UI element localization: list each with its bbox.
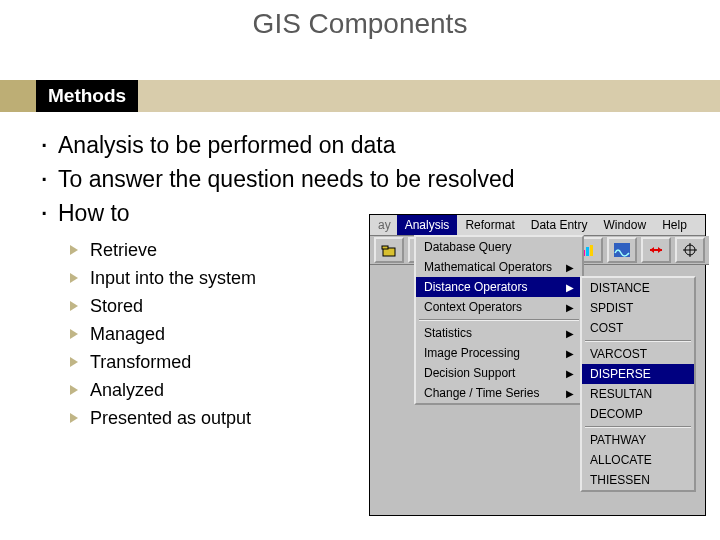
toolbar-button[interactable] [641,237,671,263]
menu-item-clipped[interactable]: ay [370,215,397,235]
submenu-arrow-icon: ▶ [566,388,574,399]
svg-rect-10 [590,245,593,256]
target-icon [682,243,698,257]
submenu-arrow-icon: ▶ [566,368,574,379]
submenu-arrow-icon: ▶ [566,302,574,313]
section-bar: Methods [0,80,720,112]
svg-rect-9 [586,247,589,256]
menu-item-window[interactable]: Window [595,215,654,235]
submenu-item-spdist[interactable]: SPDIST [582,298,694,318]
menu-item-analysis[interactable]: Analysis [397,215,458,235]
svg-rect-1 [382,246,388,249]
menubar: ay Analysis Reformat Data Entry Window H… [370,215,705,236]
submenu-arrow-icon: ▶ [566,262,574,273]
section-bar-fill [138,80,720,112]
menu-separator [585,340,691,342]
submenu-item-varcost[interactable]: VARCOST [582,344,694,364]
submenu-item-distance[interactable]: DISTANCE [582,278,694,298]
menu-separator [585,426,691,428]
submenu-item-thiessen[interactable]: THIESSEN [582,470,694,490]
toolbar-button[interactable] [374,237,404,263]
toolbar-button[interactable] [607,237,637,263]
section-label: Methods [36,80,138,112]
menu-item-decision-support[interactable]: Decision Support▶ [416,363,582,383]
app-window: ay Analysis Reformat Data Entry Window H… [369,214,706,516]
menu-item-dataentry[interactable]: Data Entry [523,215,596,235]
bullet-item: Analysis to be performed on data [36,128,706,162]
submenu-arrow-icon: ▶ [566,282,574,293]
wave-icon [614,243,630,257]
svg-marker-13 [658,247,662,253]
toolbar-button[interactable] [675,237,705,263]
submenu-item-pathway[interactable]: PATHWAY [582,430,694,450]
menu-item-distance-operators[interactable]: Distance Operators▶ [416,277,582,297]
menu-item-reformat[interactable]: Reformat [457,215,522,235]
accent-block [0,80,36,112]
menu-item-math-operators[interactable]: Mathematical Operators▶ [416,257,582,277]
menu-item-time-series[interactable]: Change / Time Series▶ [416,383,582,403]
submenu-item-decomp[interactable]: DECOMP [582,404,694,424]
submenu-item-resultan[interactable]: RESULTAN [582,384,694,404]
content-area: Analysis to be performed on data To answ… [36,118,706,530]
menu-item-database-query[interactable]: Database Query [416,237,582,257]
submenu-arrow-icon: ▶ [566,328,574,339]
arrows-icon [648,243,664,257]
analysis-menu: Database Query Mathematical Operators▶ D… [414,235,584,405]
menu-separator [419,319,579,321]
submenu-item-disperse[interactable]: DISPERSE [582,364,694,384]
bullet-item: To answer the question needs to be resol… [36,162,706,196]
menu-item-statistics[interactable]: Statistics▶ [416,323,582,343]
menu-item-help[interactable]: Help [654,215,695,235]
svg-marker-14 [650,247,654,253]
slide-title: GIS Components [0,8,720,40]
open-icon [381,243,397,257]
submenu-arrow-icon: ▶ [566,348,574,359]
menu-item-context-operators[interactable]: Context Operators▶ [416,297,582,317]
distance-submenu: DISTANCE SPDIST COST VARCOST DISPERSE RE… [580,276,696,492]
submenu-item-cost[interactable]: COST [582,318,694,338]
submenu-item-allocate[interactable]: ALLOCATE [582,450,694,470]
menu-item-image-processing[interactable]: Image Processing▶ [416,343,582,363]
